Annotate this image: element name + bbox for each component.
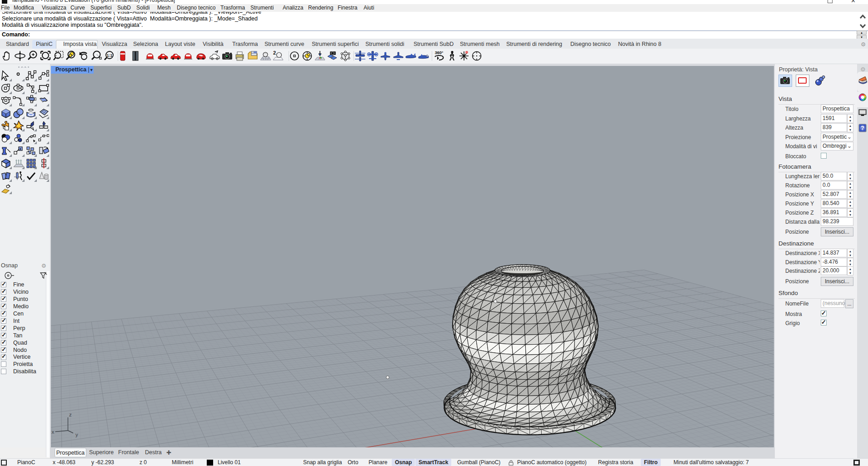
svg-text:z: z [69,412,72,417]
svg-text:2: 2 [273,50,276,55]
svg-text:?: ? [861,125,864,131]
svg-text:x: x [52,429,55,435]
svg-text:1:1: 1:1 [107,53,113,58]
svg-text:y: y [75,432,78,437]
svg-text:360°: 360° [435,50,444,55]
